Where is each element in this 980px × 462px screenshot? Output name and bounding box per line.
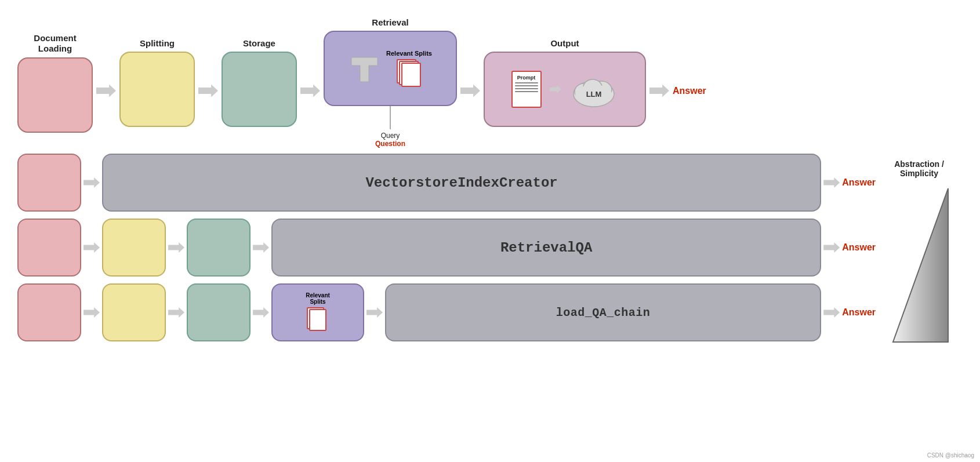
row2-arrow4 <box>823 242 840 253</box>
output-label: Output <box>550 38 579 48</box>
row2-label: RetrievalQA <box>500 240 592 256</box>
retrieval-icon <box>349 53 380 85</box>
arrow-shape-3 <box>300 85 320 97</box>
query-text: Query <box>375 132 405 140</box>
abstraction-triangle <box>887 183 951 345</box>
arrow-1 <box>96 85 116 97</box>
row-loadqachain: Relevant Splits load_QA_chain Answer <box>17 283 876 341</box>
doc-page-1 <box>401 63 421 87</box>
storage-box <box>222 52 297 127</box>
retrieval-label: Retrieval <box>372 17 408 27</box>
row3-purple: Relevant Splits <box>271 283 364 341</box>
row3-yellow <box>102 283 166 341</box>
row2-teal <box>187 219 251 277</box>
stage-storage: Storage <box>222 38 297 127</box>
doc-loading-box <box>17 57 93 133</box>
output-box: Prompt <box>484 52 646 127</box>
arrow-2 <box>198 85 218 97</box>
row2-wide: RetrievalQA <box>271 219 821 277</box>
row3-arrow-shape2 <box>168 307 184 318</box>
stage-output: Output Prompt <box>484 38 646 127</box>
row1-arrow-shape2 <box>823 177 840 188</box>
row3-arrow4 <box>366 307 383 318</box>
top-answer-text: Answer <box>673 86 706 96</box>
row1-wide: VectorstoreIndexCreator <box>102 154 821 212</box>
splitting-label: Splitting <box>140 38 175 48</box>
doc-loading-label: Document Loading <box>34 33 76 54</box>
row3-doc-stack <box>307 307 329 333</box>
row2-arrow1 <box>84 242 100 253</box>
query-connector: Query Question <box>375 106 405 148</box>
row3-arrow2 <box>168 307 184 318</box>
splitting-box <box>119 52 195 127</box>
main-container: Document Loading Splitting Storage Retri… <box>0 0 980 462</box>
row1-label: VectorstoreIndexCreator <box>365 175 557 191</box>
prompt-lines <box>515 82 538 92</box>
row3-arrow5 <box>823 307 840 318</box>
row2-arrow2 <box>168 242 184 253</box>
row3-arrow-shape4 <box>366 307 383 318</box>
vertical-line <box>390 106 391 129</box>
row2-pink <box>17 219 81 277</box>
row3-teal <box>187 283 251 341</box>
stage-doc-loading: Document Loading <box>17 33 93 133</box>
row3-arrow-shape3 <box>253 307 269 318</box>
svg-text:LLM: LLM <box>586 90 601 99</box>
svg-marker-0 <box>351 57 378 82</box>
arrow-shape-1 <box>96 85 116 97</box>
llm-cloud: LLM <box>569 70 619 110</box>
arrow-3 <box>300 85 320 97</box>
row1-arrow-shape1 <box>84 177 100 188</box>
row3-arrow3 <box>253 307 269 318</box>
abstraction-title: Abstraction / Simplicity <box>876 159 963 178</box>
row2-arrow-shape4 <box>823 242 840 253</box>
prompt-line-4 <box>515 91 538 92</box>
triangle-container <box>887 183 951 345</box>
watermark: CSDN @shichaog <box>927 452 974 459</box>
row3-arrow-shape1 <box>84 307 100 318</box>
row1-arrow1 <box>84 177 100 188</box>
row2-arrow-shape3 <box>253 242 269 253</box>
prompt-line-2 <box>515 85 538 86</box>
arrow-shape-4 <box>460 85 480 97</box>
prompt-box: Prompt <box>511 71 542 108</box>
row3-pink <box>17 283 81 341</box>
rows-container: VectorstoreIndexCreator Answer <box>17 154 876 345</box>
row-vectorstore: VectorstoreIndexCreator Answer <box>17 154 876 212</box>
arrow-shape-2 <box>198 85 218 97</box>
stage-splitting: Splitting <box>119 38 195 127</box>
prompt-doc: Prompt <box>511 71 542 108</box>
row3-chain-label: load_QA_chain <box>556 306 651 319</box>
question-text: Question <box>375 140 405 148</box>
bottom-section: VectorstoreIndexCreator Answer <box>17 154 963 345</box>
relevant-splits-top: Relevant Splits <box>386 50 432 87</box>
top-answer: Answer <box>673 86 706 96</box>
row3-chain: load_QA_chain <box>385 283 821 341</box>
prompt-box-label: Prompt <box>515 75 538 81</box>
svg-marker-7 <box>893 188 948 342</box>
row2-arrow-shape2 <box>168 242 184 253</box>
row2-arrow3 <box>253 242 269 253</box>
row2-yellow <box>102 219 166 277</box>
stage-retrieval: Retrieval Relevant Splits <box>324 17 457 148</box>
retrieval-box: Relevant Splits <box>324 31 457 106</box>
row3-doc2 <box>309 309 326 331</box>
row3-answer: Answer <box>842 307 876 318</box>
query-label: Query Question <box>375 132 405 148</box>
arrow-5 <box>649 85 669 97</box>
row-retrievalqa: RetrievalQA Answer <box>17 219 876 277</box>
row1-arrow2 <box>823 177 840 188</box>
doc-stack-top <box>397 59 421 87</box>
storage-label: Storage <box>243 38 275 48</box>
prompt-line-1 <box>515 82 538 83</box>
arrow-shape-5 <box>649 85 669 97</box>
row2-arrow-shape1 <box>84 242 100 253</box>
output-mini-arrow <box>550 85 561 93</box>
top-pipeline-row: Document Loading Splitting Storage Retri… <box>17 17 963 148</box>
arrow-4 <box>460 85 480 97</box>
row1-answer: Answer <box>842 177 876 188</box>
row2-answer: Answer <box>842 242 876 253</box>
row3-splits-label: Relevant Splits <box>306 292 330 305</box>
row1-pink <box>17 154 81 212</box>
prompt-line-3 <box>515 88 538 89</box>
